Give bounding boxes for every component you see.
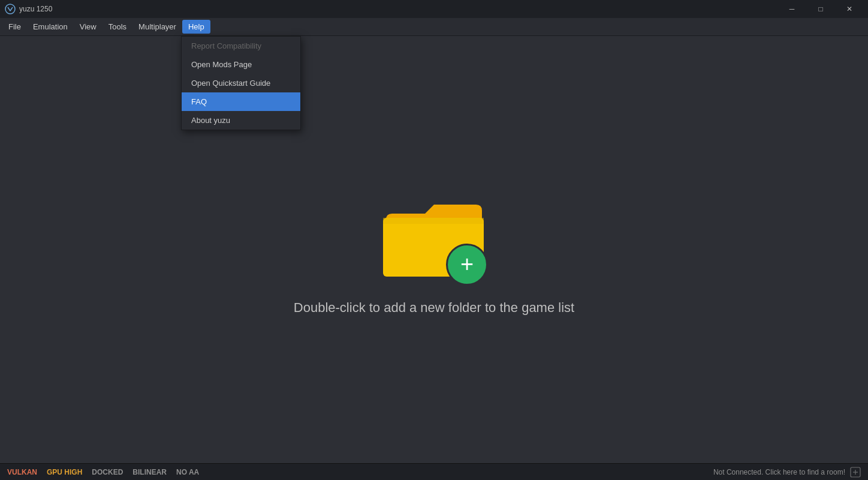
menu-multiplayer[interactable]: Multiplayer [132, 20, 182, 34]
svg-rect-2 [383, 218, 484, 224]
app-title: yuzu 1250 [19, 5, 52, 13]
status-no-aa: NO AA [176, 468, 199, 476]
plus-icon: + [460, 253, 474, 275]
dropdown-open-mods-page[interactable]: Open Mods Page [182, 55, 300, 74]
yuzu-logo-icon [5, 4, 16, 14]
svg-point-0 [5, 4, 15, 14]
close-button[interactable]: ✕ [836, 0, 863, 18]
title-controls: ─ □ ✕ [778, 0, 863, 18]
status-gpu-high: GPU HIGH [47, 468, 82, 476]
status-right[interactable]: Not Connected. Click here to find a room… [713, 467, 861, 478]
menu-file[interactable]: File [2, 20, 27, 34]
menu-tools[interactable]: Tools [103, 20, 132, 34]
add-folder-label: Double-click to add a new folder to the … [294, 300, 574, 316]
main-content: + Double-click to add a new folder to th… [0, 36, 868, 463]
status-bilinear: BILINEAR [132, 468, 167, 476]
plus-badge: + [446, 244, 488, 286]
menu-help[interactable]: Help [182, 20, 210, 34]
menu-bar: File Emulation View Tools Multiplayer He… [0, 18, 868, 36]
minimize-button[interactable]: ─ [778, 0, 806, 18]
dropdown-about-yuzu[interactable]: About yuzu [182, 111, 300, 130]
maximize-button[interactable]: □ [807, 0, 834, 18]
status-docked: DOCKED [92, 468, 123, 476]
menu-view[interactable]: View [74, 20, 103, 34]
menu-emulation[interactable]: Emulation [27, 20, 74, 34]
not-connected-label: Not Connected. Click here to find a room… [713, 468, 845, 476]
status-vulkan: VULKAN [7, 468, 37, 476]
dropdown-report-compatibility[interactable]: Report Compatibility [182, 37, 300, 55]
status-left: VULKAN GPU HIGH DOCKED BILINEAR NO AA [7, 468, 199, 476]
help-dropdown-menu: Report Compatibility Open Mods Page Open… [181, 36, 301, 130]
add-folder-button[interactable]: + [374, 184, 494, 286]
dropdown-faq[interactable]: FAQ [182, 92, 300, 111]
title-left: yuzu 1250 [5, 4, 52, 14]
status-bar: VULKAN GPU HIGH DOCKED BILINEAR NO AA No… [0, 463, 868, 480]
network-icon [850, 467, 861, 478]
title-bar: yuzu 1250 ─ □ ✕ [0, 0, 868, 18]
dropdown-open-quickstart-guide[interactable]: Open Quickstart Guide [182, 74, 300, 92]
